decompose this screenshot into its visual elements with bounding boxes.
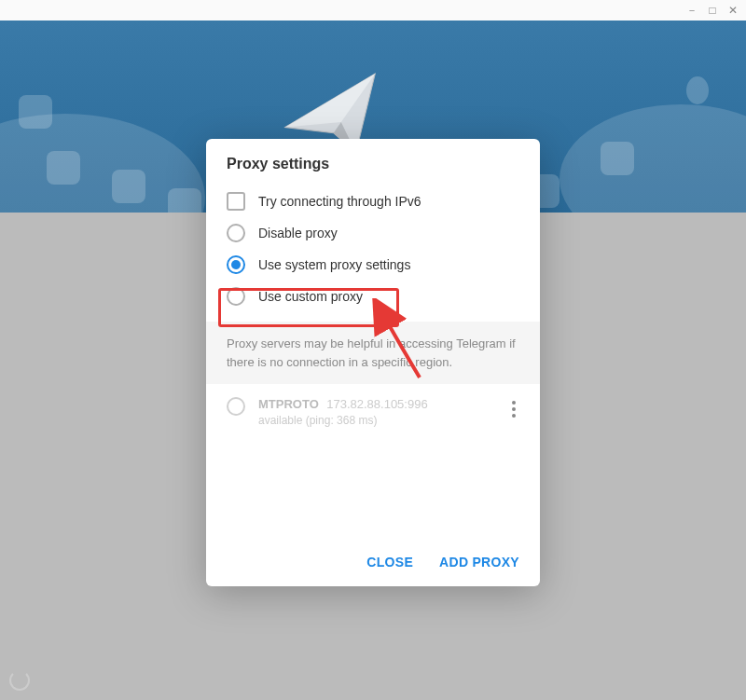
window-titlebar: － □ ✕: [0, 0, 746, 21]
proxy-protocol: MTPROTO: [258, 397, 319, 411]
add-proxy-button[interactable]: ADD PROXY: [439, 555, 519, 570]
proxy-item-radio[interactable]: [227, 397, 245, 416]
dialog-title: Proxy settings: [206, 139, 540, 185]
proxy-item-text: MTPROTO 173.82.88.105:996 available (pin…: [258, 395, 495, 427]
proxy-options: Try connecting through IPv6 Disable prox…: [206, 185, 540, 312]
proxy-more-button[interactable]: [508, 395, 519, 423]
close-button[interactable]: CLOSE: [366, 555, 413, 570]
system-proxy-label: Use system proxy settings: [258, 257, 410, 272]
contact-icon: [601, 142, 634, 175]
disable-proxy-option[interactable]: Disable proxy: [227, 217, 519, 249]
maximize-button[interactable]: □: [707, 5, 718, 16]
minimize-button[interactable]: －: [686, 5, 698, 16]
custom-proxy-label: Use custom proxy: [258, 289, 363, 304]
system-proxy-radio[interactable]: [227, 255, 245, 274]
lock-icon: [686, 76, 709, 104]
close-window-button[interactable]: ✕: [727, 5, 739, 16]
disable-proxy-label: Disable proxy: [258, 226, 338, 240]
proxy-info-text: Proxy servers may be helpful in accessin…: [206, 322, 540, 384]
people-icon: [19, 95, 52, 129]
proxy-status: available (ping: 368 ms): [258, 414, 495, 427]
music-icon: [47, 151, 80, 185]
disable-proxy-radio[interactable]: [227, 224, 245, 242]
ipv6-label: Try connecting through IPv6: [258, 194, 421, 209]
custom-proxy-radio[interactable]: [227, 287, 245, 306]
proxy-list-item[interactable]: MTPROTO 173.82.88.105:996 available (pin…: [206, 384, 540, 438]
system-proxy-option[interactable]: Use system proxy settings: [227, 249, 519, 281]
headphones-icon: [112, 170, 145, 203]
proxy-address: 173.82.88.105:996: [326, 397, 427, 411]
ipv6-checkbox[interactable]: [227, 192, 245, 211]
loading-spinner: [9, 670, 30, 691]
camera-icon: [168, 188, 201, 213]
proxy-settings-dialog: Proxy settings Try connecting through IP…: [206, 139, 540, 586]
dialog-footer: CLOSE ADD PROXY: [206, 542, 540, 586]
ipv6-option[interactable]: Try connecting through IPv6: [227, 185, 519, 217]
custom-proxy-option[interactable]: Use custom proxy: [227, 281, 519, 312]
